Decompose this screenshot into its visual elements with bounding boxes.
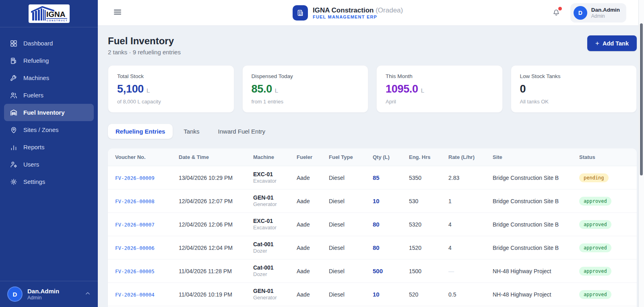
stat-value: 0 bbox=[520, 83, 526, 95]
machine-type: Dozer bbox=[253, 271, 290, 278]
wrench-icon bbox=[10, 74, 18, 82]
sidebar: IGNA CONSTRUCT DashboardRefuelingMachine… bbox=[0, 0, 98, 307]
top-header: IGNA Constraction (Oradea) FUEL MANAGEME… bbox=[98, 0, 644, 26]
stat-card-this-month: This Month1095.0LApril bbox=[376, 65, 503, 113]
cell-datetime: 12/04/2026 12:07 PM bbox=[175, 198, 250, 204]
table-row[interactable]: FV-2026-0000712/04/2026 12:06 PMEXC-01Ex… bbox=[108, 213, 637, 236]
cell-status: approved bbox=[576, 197, 637, 206]
cell-machine: GEN-01Generator bbox=[250, 194, 293, 208]
table-header-row: Voucher No.Date & TimeMachineFuelerFuel … bbox=[108, 148, 637, 166]
column-header-date-time: Date & Time bbox=[175, 148, 250, 166]
hamburger-menu-icon[interactable] bbox=[113, 8, 122, 18]
cell-fueler: Aade bbox=[293, 291, 326, 298]
cell-rate: — bbox=[445, 268, 489, 274]
stat-label: Low Stock Tanks bbox=[520, 73, 628, 79]
avatar: D bbox=[7, 286, 23, 302]
cell-status: approved bbox=[576, 267, 637, 276]
page-content: Fuel Inventory 2 tanks · 9 refueling ent… bbox=[98, 26, 644, 307]
cell-fueler: Aade bbox=[293, 245, 326, 251]
stat-label: Dispensed Today bbox=[252, 73, 359, 79]
header-user-name: Dan.Admin bbox=[591, 7, 620, 14]
cell-machine: EXC-01Excavator bbox=[250, 217, 293, 231]
status-badge: approved bbox=[579, 267, 611, 276]
sidebar-item-refueling[interactable]: Refueling bbox=[4, 52, 94, 69]
sidebar-item-label: Fuelers bbox=[23, 92, 43, 99]
sidebar-item-fuelers[interactable]: Fuelers bbox=[4, 87, 94, 104]
cell-status: approved bbox=[576, 290, 637, 299]
sidebar-item-machines[interactable]: Machines bbox=[4, 69, 94, 87]
cell-fueler: Aade bbox=[293, 221, 326, 228]
stat-value: 1095.0 bbox=[386, 83, 418, 95]
scrollbar-thumb[interactable] bbox=[640, 23, 643, 175]
sidebar-logo-area: IGNA CONSTRUCT bbox=[0, 0, 98, 27]
notification-bell-icon[interactable] bbox=[552, 8, 561, 18]
sidebar-item-reports[interactable]: Reports bbox=[4, 138, 94, 156]
column-header-machine: Machine bbox=[250, 148, 293, 166]
sidebar-item-settings[interactable]: Settings bbox=[4, 173, 94, 190]
main-column: IGNA Constraction (Oradea) FUEL MANAGEME… bbox=[98, 0, 644, 307]
tab-refueling-entries[interactable]: Refueling Entries bbox=[108, 124, 173, 139]
header-user-role: Admin bbox=[591, 13, 620, 19]
chevron-up-icon bbox=[85, 291, 91, 298]
tab-bar: Refueling EntriesTanksInward Fuel Entry bbox=[108, 124, 637, 139]
column-header-fueler: Fueler bbox=[293, 148, 326, 166]
voucher-link[interactable]: FV-2026-00008 bbox=[115, 198, 155, 204]
status-badge: approved bbox=[579, 220, 611, 229]
bar-chart-icon bbox=[10, 143, 18, 151]
app-name: FUEL MANAGEMENT ERP bbox=[313, 14, 403, 19]
app-brand: IGNA Constraction (Oradea) FUEL MANAGEME… bbox=[293, 0, 403, 26]
map-pin-icon bbox=[10, 126, 18, 134]
sidebar-item-dashboard[interactable]: Dashboard bbox=[4, 35, 94, 52]
sidebar-item-label: Fuel Inventory bbox=[23, 109, 65, 116]
voucher-link[interactable]: FV-2026-00007 bbox=[115, 222, 155, 228]
voucher-link[interactable]: FV-2026-00006 bbox=[115, 245, 155, 251]
cell-site: NH-48 Highway Project bbox=[489, 291, 576, 298]
stat-label: This Month bbox=[386, 73, 493, 79]
machine-type: Excavator bbox=[253, 225, 290, 231]
add-tank-button[interactable]: + Add Tank bbox=[587, 35, 637, 51]
status-badge: approved bbox=[579, 243, 611, 252]
svg-text:CONSTRUCT: CONSTRUCT bbox=[47, 19, 68, 21]
tab-tanks[interactable]: Tanks bbox=[176, 124, 207, 139]
notification-dot bbox=[558, 7, 562, 10]
cell-fuel-type: Diesel bbox=[326, 291, 369, 298]
sidebar-item-fuel-inventory[interactable]: Fuel Inventory bbox=[4, 104, 94, 121]
table-row[interactable]: FV-2026-0000913/04/2026 10:29 PMEXC-01Ex… bbox=[108, 166, 637, 190]
table-row[interactable]: FV-2026-0000812/04/2026 12:07 PMGEN-01Ge… bbox=[108, 190, 637, 213]
stat-unit: L bbox=[147, 87, 150, 94]
column-header-eng-hrs: Eng. Hrs bbox=[406, 148, 445, 166]
cell-fuel-type: Diesel bbox=[326, 198, 369, 204]
sidebar-user-role: Admin bbox=[27, 295, 59, 301]
page-title: Fuel Inventory bbox=[108, 35, 181, 47]
tab-inward-fuel-entry[interactable]: Inward Fuel Entry bbox=[211, 124, 273, 139]
building-icon bbox=[293, 5, 308, 21]
stat-card-low-stock-tanks: Low Stock Tanks0All tanks OK bbox=[511, 65, 637, 113]
stat-subtext: April bbox=[386, 99, 493, 105]
status-badge: pending bbox=[579, 173, 609, 182]
page-title-row: Fuel Inventory 2 tanks · 9 refueling ent… bbox=[108, 35, 637, 56]
voucher-link[interactable]: FV-2026-00005 bbox=[115, 268, 155, 274]
column-header-fuel-type: Fuel Type bbox=[326, 148, 369, 166]
table-row[interactable]: FV-2026-0000612/04/2026 12:04 PMCat-001D… bbox=[108, 236, 637, 260]
igna-construct-logo: IGNA CONSTRUCT bbox=[29, 4, 70, 23]
cell-site: Bridge Construction Site B bbox=[489, 198, 576, 204]
header-user-menu[interactable]: D Dan.Admin Admin bbox=[570, 3, 626, 23]
company-location: (Oradea) bbox=[376, 6, 403, 14]
voucher-link[interactable]: FV-2026-00004 bbox=[115, 292, 155, 298]
cell-eng-hrs: 1520 bbox=[406, 245, 445, 251]
table-row[interactable]: FV-2026-0000511/04/2026 11:28 PMCat-001D… bbox=[108, 260, 637, 283]
machine-name: GEN-01 bbox=[253, 194, 290, 201]
sidebar-item-users[interactable]: Users bbox=[4, 156, 94, 173]
machine-name: GEN-01 bbox=[253, 287, 290, 295]
cell-status: pending bbox=[576, 173, 637, 182]
sidebar-user-menu[interactable]: D Dan.Admin Admin bbox=[0, 281, 98, 307]
gear-icon bbox=[10, 178, 18, 186]
voucher-link[interactable]: FV-2026-00009 bbox=[115, 175, 155, 181]
sidebar-item-sites-zones[interactable]: Sites / Zones bbox=[4, 121, 94, 138]
cell-fuel-type: Diesel bbox=[326, 175, 369, 181]
sidebar-item-label: Reports bbox=[23, 144, 45, 150]
stat-label: Total Stock bbox=[117, 73, 225, 79]
table-row[interactable]: FV-2026-0000411/04/2026 10:19 PMGEN-01Ge… bbox=[108, 283, 637, 306]
sidebar-item-label: Refueling bbox=[23, 57, 49, 64]
company-name: IGNA Constraction (Oradea) bbox=[313, 6, 403, 14]
